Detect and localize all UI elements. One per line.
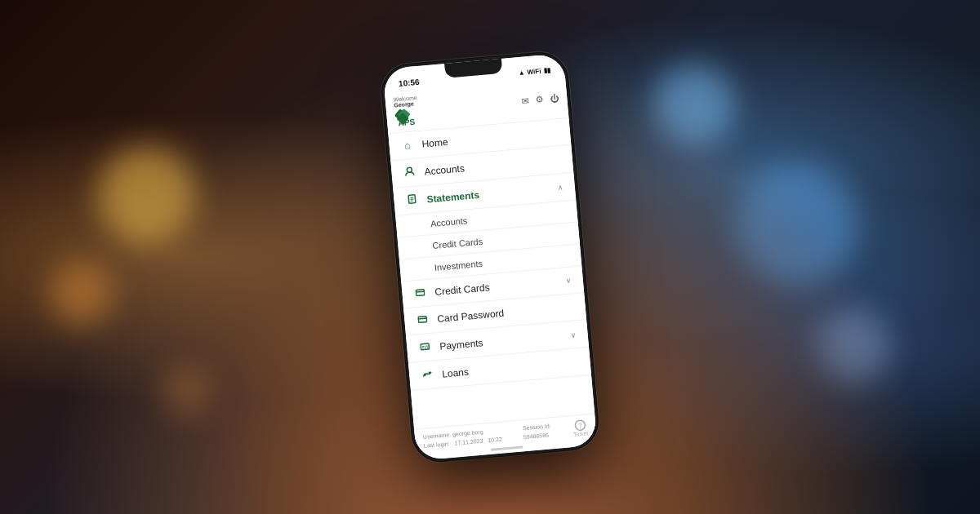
svg-text:APS: APS <box>398 117 416 128</box>
nav-label-accounts: Accounts <box>424 153 562 177</box>
loans-icon <box>421 369 434 382</box>
logo-area: Welcome George APS <box>393 95 419 127</box>
footer-ticket-label: Ticket <box>573 430 589 437</box>
footer-session-value: 59486585 <box>523 432 550 440</box>
settings-icon[interactable]: ⚙ <box>535 94 544 105</box>
credit-cards-chevron: ∨ <box>565 276 572 285</box>
footer-last-login-label: Last login: <box>424 441 450 449</box>
footer-ticket[interactable]: ? Ticket <box>572 419 588 437</box>
footer-last-login-time: 10:22 <box>488 436 502 443</box>
credit-cards-icon <box>413 287 427 299</box>
phone-device: 10:56 ▲ WiFi ▮▮ Welcome George <box>379 50 601 464</box>
payments-icon <box>418 341 432 354</box>
footer-username-value: george.borg <box>452 429 483 437</box>
power-icon[interactable]: ⏻ <box>550 93 559 104</box>
aps-logo-icon: APS <box>394 108 419 127</box>
phone-screen: 10:56 ▲ WiFi ▮▮ Welcome George <box>382 53 597 461</box>
nav-label-card-password: Card Password <box>437 301 575 325</box>
svg-line-10 <box>416 291 424 292</box>
statements-icon <box>405 193 419 206</box>
svg-text:?: ? <box>578 422 583 429</box>
footer-session-info: Session Id: 59486585 <box>523 422 552 441</box>
nav-label-payments: Payments <box>439 330 564 352</box>
welcome-username: George <box>394 100 414 108</box>
footer-username-label: Username: <box>423 432 452 440</box>
statements-chevron: ∧ <box>557 183 564 192</box>
accounts-icon <box>403 166 416 179</box>
aps-logo: APS <box>394 108 419 127</box>
nav-label-statements: Statements <box>426 183 550 205</box>
payments-chevron: ∨ <box>570 330 577 339</box>
ticket-icon: ? <box>574 419 586 432</box>
svg-rect-13 <box>421 343 430 350</box>
svg-line-12 <box>418 318 426 319</box>
nav-label-loans: Loans <box>442 357 580 380</box>
phone-body: 10:56 ▲ WiFi ▮▮ Welcome George <box>379 50 601 464</box>
footer-last-login-date: 17.11.2023 <box>454 437 483 445</box>
nav-label-home: Home <box>421 126 559 150</box>
nav-menu: ⌂ Home Accounts <box>388 118 595 429</box>
app-screen: Welcome George APS <box>385 77 598 461</box>
nav-label-credit-cards: Credit Cards <box>434 276 559 298</box>
status-icons: ▲ WiFi ▮▮ <box>518 67 550 77</box>
footer-session-label: Session Id: <box>523 423 551 431</box>
card-password-icon <box>416 314 430 326</box>
header-icons: ✉ ⚙ ⏻ <box>521 92 559 106</box>
status-time: 10:56 <box>399 78 420 88</box>
home-icon: ⌂ <box>400 140 414 152</box>
footer-info: Username: george.borg Last login: 17.11.… <box>423 427 503 450</box>
mail-icon[interactable]: ✉ <box>521 95 529 107</box>
